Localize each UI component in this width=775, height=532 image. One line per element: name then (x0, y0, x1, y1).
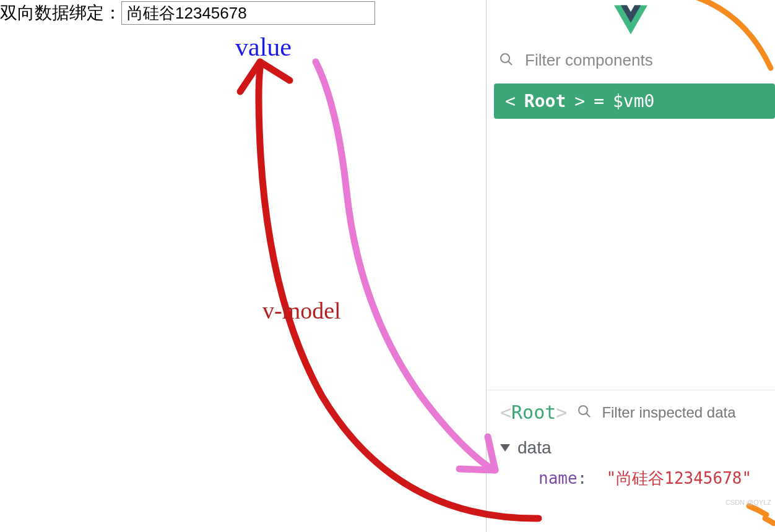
svg-point-2 (579, 406, 587, 414)
filter-components-row (487, 46, 775, 84)
search-icon (499, 52, 514, 69)
inspector-root-tag: <Root> (500, 401, 567, 423)
data-section-header[interactable]: data (500, 438, 761, 458)
chevron-down-icon (500, 444, 510, 452)
svg-point-0 (501, 54, 509, 62)
svg-line-3 (586, 413, 590, 417)
angle-bracket: > (574, 91, 585, 111)
equals-text: = (594, 91, 604, 111)
search-icon (577, 404, 592, 421)
property-colon: : (578, 469, 587, 487)
form-label: 双向数据绑定： (0, 1, 121, 25)
vue-devtools-panel: <Root> = $vm0 <Root> data name: "尚硅谷1234… (486, 0, 775, 532)
data-property-row[interactable]: name: "尚硅谷12345678" (500, 458, 761, 489)
data-label: data (517, 438, 552, 458)
binding-input[interactable] (121, 1, 375, 25)
inspector-panel: <Root> data name: "尚硅谷12345678" (487, 390, 775, 493)
filter-inspected-input[interactable] (602, 404, 775, 421)
root-component-name: Root (524, 91, 566, 111)
form-row: 双向数据绑定： (0, 0, 486, 25)
vue-logo-icon (487, 0, 775, 46)
vm-reference: $vm0 (613, 91, 654, 111)
page-content: 双向数据绑定： (0, 0, 486, 532)
component-tree-root[interactable]: <Root> = $vm0 (494, 84, 775, 119)
svg-line-1 (508, 61, 512, 65)
inspector-header: <Root> (487, 401, 775, 434)
property-value: "尚硅谷12345678" (607, 469, 752, 487)
data-section: data name: "尚硅谷12345678" (487, 434, 775, 493)
watermark: CSDN @QYLZ (725, 499, 771, 506)
angle-bracket: < (505, 91, 516, 111)
property-key: name (539, 469, 578, 487)
filter-components-input[interactable] (525, 51, 763, 70)
